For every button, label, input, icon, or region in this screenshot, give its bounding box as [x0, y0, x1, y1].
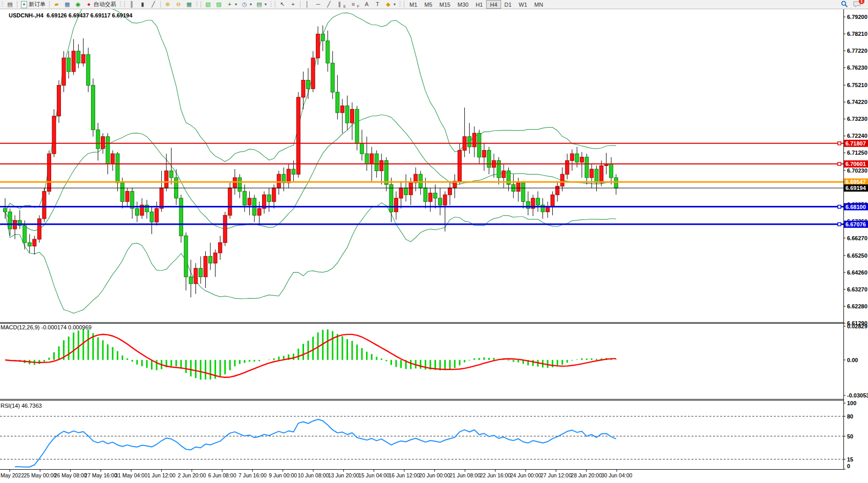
notifications-button[interactable]: 1: [853, 1, 861, 8]
timeframe-button-D1[interactable]: D1: [501, 0, 515, 9]
chart-canvas[interactable]: 6.792006.782106.772206.762306.752106.742…: [0, 0, 868, 483]
hline-marker[interactable]: [838, 223, 841, 226]
signals-icon: ◉: [75, 1, 81, 8]
crosshair-tool-button[interactable]: +: [288, 1, 298, 8]
new-order-button[interactable]: + 新订单: [19, 1, 48, 8]
signals-button[interactable]: ◉: [73, 1, 83, 8]
chart-ohlc-header: USDCNH-,H4 6.69126 6.69437 6.69117 6.691…: [9, 12, 133, 18]
price-badge-label: 6.68100: [845, 204, 866, 210]
search-button[interactable]: [841, 1, 848, 9]
timeframe-button-M15[interactable]: M15: [436, 0, 454, 9]
styler-button[interactable]: ▰: [51, 1, 62, 8]
time-axis-label: 25 May 00:00: [24, 472, 56, 478]
bollinger-lower-band[interactable]: [5, 203, 616, 313]
arrange-b-icon: ▨: [215, 1, 222, 8]
trendline-icon: ╱: [326, 1, 332, 8]
time-axis-label: 1 Jun 12:00: [147, 472, 176, 478]
candlestick-button[interactable]: ▮: [137, 1, 148, 8]
price-tick-label: 6.64260: [847, 269, 867, 276]
macd-histogram: [5, 329, 616, 380]
time-axis[interactable]: May 202225 May 00:0026 May 08:0027 May 1…: [1, 470, 633, 478]
price-tick-label: 6.79200: [847, 14, 867, 20]
timeframe-switcher: M1M5M15M30H1H4D1W1MN: [406, 0, 547, 9]
channel-tool-button[interactable]: ∥ E: [334, 1, 348, 8]
hline-marker[interactable]: [838, 162, 841, 165]
fibonacci-sub-label: F: [357, 5, 359, 8]
timeframe-button-W1[interactable]: W1: [515, 0, 531, 9]
price-tick-label: 6.66270: [847, 235, 867, 241]
toolbar-grip[interactable]: [2, 2, 3, 8]
horizontal-line-tool-button[interactable]: ─: [313, 1, 323, 8]
time-axis-label: 26 May 08:00: [54, 472, 87, 478]
text-tool-icon: A: [363, 1, 370, 8]
arrange-a-button[interactable]: ▧: [203, 1, 213, 8]
timeframe-button-H1[interactable]: H1: [472, 0, 486, 9]
time-axis-label: 2 Jun 20:00: [178, 472, 206, 478]
line-chart-button[interactable]: ╱: [148, 1, 159, 8]
caret-down-icon: ▾: [235, 2, 237, 7]
hline-marker[interactable]: [838, 142, 841, 145]
time-axis-label: 28 Jun 20:00: [571, 472, 602, 478]
price-tick-label: 6.76230: [847, 65, 867, 71]
timeframe-button-M1[interactable]: M1: [406, 0, 421, 9]
macd-indicator-label: MACD(12,26,9) -0.000174 0.000969: [1, 324, 92, 330]
price-badge-label: 6.69547: [845, 179, 866, 185]
template-button[interactable]: ▤ ▾: [254, 1, 269, 8]
clock-icon: ◷: [241, 1, 248, 8]
price-tick-label: 6.77220: [847, 48, 867, 54]
price-tick-label: 6.72240: [847, 133, 867, 139]
macd-axis-label: 0.02829: [847, 323, 867, 329]
chart-window-button[interactable]: ▦: [62, 1, 73, 8]
rsi-axis-label: 100: [847, 400, 856, 406]
add-indicator-button[interactable]: + ▾: [224, 1, 239, 8]
time-axis-label: 15 Jun 04:00: [358, 472, 389, 478]
fibonacci-tool-button[interactable]: ≡ F: [348, 1, 361, 8]
tile-windows-button[interactable]: ▦: [184, 1, 194, 8]
bar-chart-button[interactable]: ║: [126, 1, 137, 8]
timeframe-button-H4[interactable]: H4: [486, 0, 501, 9]
price-tick-label: 6.63270: [847, 286, 867, 292]
add-indicator-icon: +: [226, 1, 233, 8]
zoom-out-button[interactable]: ⊖: [173, 1, 184, 8]
bollinger-upper-band[interactable]: [5, 2, 616, 212]
window-mini-icon: ▤: [7, 1, 13, 8]
line-chart-icon: ╱: [150, 1, 157, 8]
chart-window-icon: ▦: [64, 1, 71, 8]
zoom-in-button[interactable]: ⊕: [162, 1, 173, 8]
time-axis-label: 30 Jun 04:00: [601, 472, 633, 478]
time-axis-label: 22 Jun 16:00: [480, 472, 511, 478]
time-axis-label: 6 Jun 08:00: [208, 472, 236, 478]
window-button[interactable]: ▤: [5, 1, 15, 8]
period-button[interactable]: ◷ ▾: [239, 1, 254, 8]
vertical-line-tool-button[interactable]: │: [302, 1, 313, 8]
price-tick-label: 6.73230: [847, 116, 867, 122]
caret-down-icon: ▾: [265, 2, 267, 7]
trendline-tool-button[interactable]: ╱: [323, 1, 334, 8]
fibonacci-icon: ≡: [350, 1, 357, 8]
chart-area[interactable]: 6.792006.782106.772206.762306.752106.742…: [0, 0, 868, 483]
label-tool-button[interactable]: T: [372, 1, 383, 8]
rsi-axis-label: 0: [847, 463, 850, 469]
equidistant-channel-icon: ∥: [336, 1, 343, 8]
price-tick-label: 6.65250: [847, 253, 867, 259]
timeframe-button-M5[interactable]: M5: [421, 0, 436, 9]
arrange-b-button[interactable]: ▨: [213, 1, 224, 8]
timeframe-button-M30[interactable]: M30: [454, 0, 472, 9]
hline-marker[interactable]: [838, 205, 841, 208]
time-axis-label: May 2022: [1, 472, 24, 478]
main-toolbar: ▤ + 新订单 ▰ ▦ ◉ ● 自动交易 ║ ▮ ╱ ⊕ ⊖ ▦ ▧ ▨: [0, 0, 868, 9]
styler-icon: ▰: [53, 1, 60, 8]
text-tool-button[interactable]: A: [361, 1, 372, 8]
zoom-out-icon: ⊖: [175, 1, 182, 8]
shapes-tool-button[interactable]: ◆ ▾: [383, 1, 398, 8]
macd-axis-label: -0.030537: [847, 392, 868, 398]
rsi-axis-label: 15: [847, 456, 853, 463]
time-axis-label: 10 Jun 08:00: [298, 472, 329, 478]
ohlc-values-label: 6.69126 6.69437 6.69117 6.69194: [47, 12, 133, 18]
timeframe-button-MN[interactable]: MN: [531, 0, 547, 9]
time-axis-label: 21 Jun 08:00: [449, 472, 481, 478]
cursor-tool-button[interactable]: ↖: [277, 1, 288, 8]
time-axis-label: 13 Jun 20:00: [328, 472, 359, 478]
rsi-indicator-label: RSI(14) 46.7363: [1, 403, 42, 409]
auto-trading-button[interactable]: ● 自动交易: [83, 1, 118, 8]
